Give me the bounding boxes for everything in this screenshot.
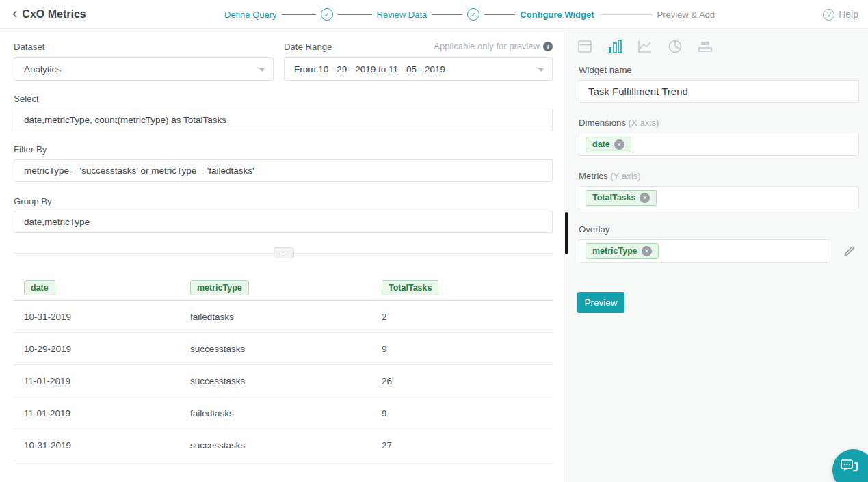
- preview-note: Applicable only for preview i: [434, 41, 553, 51]
- cell-totaltasks: 26: [382, 376, 553, 386]
- widget-config-panel: Widget name Dimensions (X axis) date ✕ M…: [564, 29, 868, 482]
- metrics-label: Metrics (Y axis): [579, 171, 641, 181]
- column-chip-date[interactable]: date: [24, 280, 55, 295]
- step-connector: [432, 14, 462, 15]
- step-check-icon: ✓: [467, 8, 479, 21]
- cell-metrictype: successtasks: [190, 440, 382, 451]
- step-check-icon: ✓: [321, 8, 333, 21]
- filter-by-label: Filter By: [14, 144, 47, 155]
- back-chevron-icon: ‹: [12, 6, 17, 21]
- preview-note-text: Applicable only for preview: [434, 41, 540, 51]
- dataset-label: Dataset: [14, 42, 44, 52]
- preview-button[interactable]: Preview: [577, 292, 624, 313]
- cell-date: 11-01-2019: [24, 408, 190, 418]
- cell-metrictype: failedtasks: [190, 312, 382, 322]
- cell-date: 10-29-2019: [24, 344, 190, 354]
- table-row: 10-31-2019 failedtasks 2: [14, 301, 553, 333]
- remove-chip-icon[interactable]: ✕: [642, 246, 652, 256]
- cell-date: 10-31-2019: [24, 312, 190, 322]
- metrics-hint: (Y axis): [610, 171, 640, 181]
- cell-metrictype: successtasks: [190, 344, 382, 354]
- stepper: Define Query ✓ Review Data ✓ Configure W…: [224, 0, 715, 29]
- chevron-down-icon: [538, 68, 544, 72]
- cell-totaltasks: 27: [382, 440, 553, 451]
- help-label: Help: [839, 9, 858, 20]
- cell-date: 11-01-2019: [24, 376, 190, 386]
- info-icon: i: [543, 42, 553, 51]
- step-connector: [282, 14, 316, 15]
- step-preview-add[interactable]: Preview & Add: [657, 10, 715, 20]
- overlay-label: Overlay: [579, 224, 609, 235]
- metric-chip-totaltasks: TotalTasks ✕: [586, 190, 657, 206]
- date-range-value: From 10 - 29 - 2019 to 11 - 05 - 2019: [294, 64, 445, 75]
- group-by-input[interactable]: [14, 211, 553, 233]
- overlay-chip-metrictype: metricType ✕: [586, 243, 659, 259]
- help-icon: ?: [823, 9, 834, 21]
- cell-metrictype: successtasks: [190, 376, 382, 386]
- widget-type-selector: [577, 39, 713, 54]
- help-button[interactable]: ? Help: [823, 0, 858, 29]
- results-table: date metricType TotalTasks 10-31-2019 fa…: [14, 275, 553, 461]
- stacked-bar-icon[interactable]: [698, 39, 713, 54]
- select-label: Select: [14, 94, 39, 104]
- dimensions-hint: (X axis): [629, 118, 659, 128]
- remove-chip-icon[interactable]: ✕: [640, 193, 650, 203]
- chevron-down-icon: [259, 68, 265, 72]
- pie-chart-icon[interactable]: [668, 39, 683, 54]
- widget-name-input[interactable]: [579, 80, 859, 103]
- bar-chart-icon[interactable]: [607, 39, 622, 54]
- remove-chip-icon[interactable]: ✕: [614, 139, 624, 150]
- date-range-dropdown[interactable]: From 10 - 29 - 2019 to 11 - 05 - 2019: [284, 57, 553, 81]
- resize-handle[interactable]: =: [274, 247, 294, 258]
- chat-icon: [840, 458, 859, 476]
- back-button[interactable]: ‹ CxO Metrics: [12, 0, 86, 29]
- cell-totaltasks: 9: [382, 408, 553, 418]
- dimensions-label: Dimensions (X axis): [579, 118, 659, 128]
- column-chip-metrictype[interactable]: metricType: [190, 280, 249, 295]
- widget-name-label: Widget name: [579, 65, 632, 75]
- app-window: ‹ CxO Metrics Define Query ✓ Review Data…: [0, 0, 868, 482]
- dimensions-field[interactable]: date ✕: [579, 133, 859, 156]
- step-review-data[interactable]: Review Data: [377, 10, 428, 20]
- filter-by-input[interactable]: [14, 159, 553, 182]
- page-title: CxO Metrics: [22, 8, 86, 21]
- table-row: 10-29-2019 successtasks 9: [14, 333, 553, 365]
- step-connector: [484, 14, 515, 15]
- select-input[interactable]: [14, 109, 553, 131]
- cell-totaltasks: 2: [382, 312, 553, 322]
- cell-metrictype: failedtasks: [190, 408, 382, 418]
- step-connector: [599, 14, 653, 15]
- group-by-label: Group By: [14, 196, 52, 206]
- step-define-query[interactable]: Define Query: [224, 10, 277, 20]
- step-configure-widget[interactable]: Configure Widget: [520, 10, 594, 20]
- metrics-field[interactable]: TotalTasks ✕: [579, 186, 859, 209]
- table-row: 11-01-2019 failedtasks 9: [14, 397, 553, 429]
- date-range-label: Date Range: [284, 42, 332, 52]
- dataset-dropdown[interactable]: Analytics: [14, 57, 274, 81]
- step-connector: [338, 14, 372, 15]
- cell-date: 10-31-2019: [24, 440, 190, 451]
- table-row: 10-31-2019 successtasks 27: [14, 429, 553, 461]
- top-bar: ‹ CxO Metrics Define Query ✓ Review Data…: [0, 0, 868, 29]
- edit-overlay-icon[interactable]: [843, 244, 856, 258]
- table-row: 11-01-2019 successtasks 26: [14, 365, 553, 397]
- table-widget-icon[interactable]: [577, 39, 592, 54]
- line-chart-icon[interactable]: [637, 39, 653, 54]
- overlay-field[interactable]: metricType ✕: [579, 239, 830, 263]
- cell-totaltasks: 9: [382, 344, 553, 354]
- dimension-chip-date: date ✕: [586, 137, 631, 152]
- scrollbar-thumb[interactable]: [565, 212, 568, 254]
- dataset-value: Analytics: [24, 64, 61, 75]
- column-chip-totaltasks[interactable]: TotalTasks: [382, 280, 438, 295]
- table-header-row: date metricType TotalTasks: [14, 275, 553, 301]
